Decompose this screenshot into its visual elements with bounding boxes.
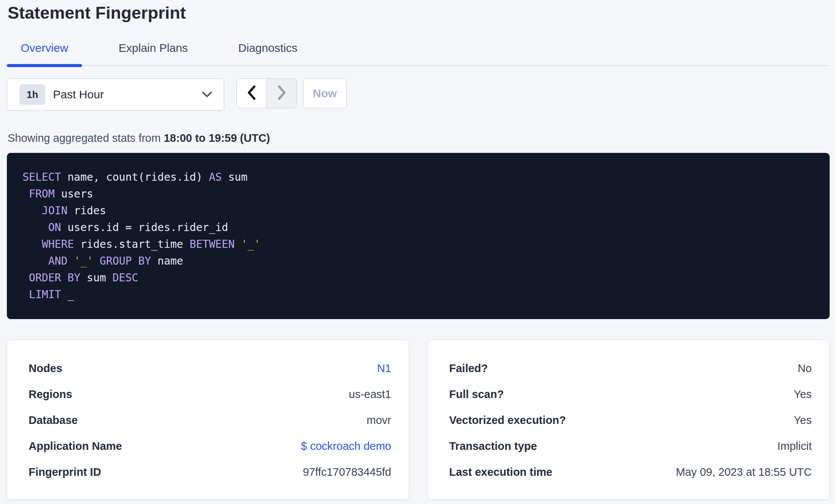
page-title: Statement Fingerprint bbox=[8, 3, 830, 23]
execution-attributes-card: Failed? No Full scan? Yes Vectorized exe… bbox=[427, 340, 830, 499]
detail-label: Regions bbox=[29, 388, 72, 401]
detail-cards: Nodes N1 Regions us-east1 Database movr … bbox=[7, 340, 830, 499]
time-range-label: Past Hour bbox=[53, 88, 104, 101]
detail-label: Database bbox=[29, 414, 78, 427]
time-range-dropdown[interactable]: 1h Past Hour bbox=[7, 79, 224, 111]
detail-row-vectorized-execution: Vectorized execution? Yes bbox=[449, 407, 812, 433]
detail-label: Transaction type bbox=[449, 440, 537, 453]
detail-row-last-execution-time: Last execution time May 09, 2023 at 18:5… bbox=[449, 459, 812, 485]
tab-explain-plans-label: Explain Plans bbox=[119, 42, 188, 54]
detail-row-database: Database movr bbox=[29, 407, 391, 433]
detail-row-application-name: Application Name $ cockroach demo bbox=[29, 433, 391, 459]
detail-label: Last execution time bbox=[449, 466, 552, 478]
time-controls: 1h Past Hour bbox=[7, 79, 830, 111]
detail-row-transaction-type: Transaction type Implicit bbox=[449, 433, 812, 459]
nodes-link[interactable]: N1 bbox=[377, 362, 391, 375]
detail-value: Yes bbox=[794, 388, 812, 401]
application-name-link[interactable]: $ cockroach demo bbox=[301, 440, 391, 453]
detail-label: Failed? bbox=[449, 362, 488, 375]
tab-explain-plans[interactable]: Explain Plans bbox=[105, 40, 202, 65]
previous-interval-button[interactable] bbox=[237, 79, 267, 108]
detail-value: Yes bbox=[794, 414, 812, 427]
aggregated-stats-range: 18:00 to 19:59 (UTC) bbox=[164, 132, 270, 144]
detail-value: us-east1 bbox=[349, 388, 391, 401]
tab-diagnostics-label: Diagnostics bbox=[238, 42, 297, 54]
detail-value: Implicit bbox=[777, 440, 812, 453]
tab-overview-label: Overview bbox=[21, 42, 68, 54]
detail-row-failed: Failed? No bbox=[449, 355, 812, 381]
tab-overview[interactable]: Overview bbox=[7, 40, 82, 65]
chevron-down-icon bbox=[202, 91, 212, 98]
chevron-left-icon bbox=[247, 85, 256, 101]
detail-label: Fingerprint ID bbox=[29, 466, 101, 478]
detail-value: 97ffc170783445fd bbox=[303, 466, 391, 478]
detail-value: movr bbox=[367, 414, 391, 427]
statement-details-card: Nodes N1 Regions us-east1 Database movr … bbox=[7, 340, 409, 499]
detail-label: Nodes bbox=[29, 362, 63, 375]
detail-label: Vectorized execution? bbox=[449, 414, 566, 427]
tab-diagnostics[interactable]: Diagnostics bbox=[225, 40, 311, 65]
aggregated-stats-prefix: Showing aggregated stats from bbox=[8, 132, 164, 144]
next-interval-button[interactable] bbox=[267, 79, 296, 108]
detail-label: Application Name bbox=[29, 440, 122, 453]
active-tab-underline bbox=[7, 64, 82, 67]
tab-bar: Overview Explain Plans Diagnostics bbox=[7, 40, 830, 66]
detail-row-regions: Regions us-east1 bbox=[29, 381, 391, 407]
detail-value: No bbox=[798, 362, 812, 375]
detail-row-fingerprint-id: Fingerprint ID 97ffc170783445fd bbox=[29, 459, 391, 485]
detail-value: May 09, 2023 at 18:55 UTC bbox=[676, 466, 812, 478]
chevron-right-icon bbox=[277, 85, 286, 101]
detail-label: Full scan? bbox=[449, 388, 504, 401]
detail-row-nodes: Nodes N1 bbox=[29, 355, 391, 381]
time-interval-badge: 1h bbox=[19, 84, 45, 105]
now-button[interactable]: Now bbox=[303, 79, 347, 108]
aggregated-stats-text: Showing aggregated stats from 18:00 to 1… bbox=[8, 132, 830, 144]
detail-row-full-scan: Full scan? Yes bbox=[449, 381, 812, 407]
page: Statement Fingerprint Overview Explain P… bbox=[0, 3, 835, 499]
sql-statement-box: SELECT name, count(rides.id) AS sum FROM… bbox=[7, 153, 830, 319]
sql-statement: SELECT name, count(rides.id) AS sum FROM… bbox=[22, 169, 814, 303]
time-step-buttons bbox=[236, 79, 297, 108]
